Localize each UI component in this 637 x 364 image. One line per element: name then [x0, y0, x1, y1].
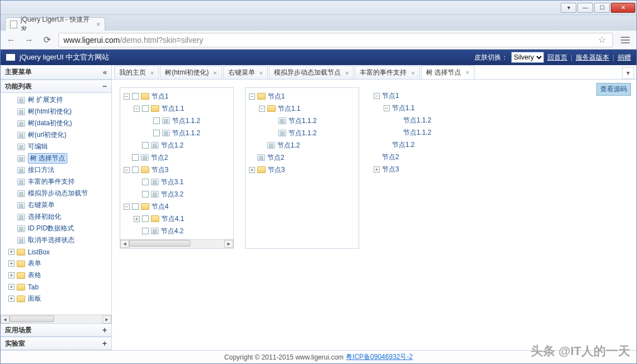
expand-icon[interactable]: +	[8, 296, 14, 302]
tree-node[interactable]: −节点1.1	[370, 102, 482, 114]
tree-node[interactable]: 节点1.1.2	[120, 115, 233, 127]
tab-close-icon[interactable]: ×	[411, 70, 414, 76]
sidebar-item[interactable]: +表单	[1, 258, 111, 269]
checkbox[interactable]	[153, 130, 160, 136]
icp-link[interactable]: 粤ICP备09046932号-2	[346, 352, 413, 362]
checkbox[interactable]	[153, 117, 160, 124]
tree-node[interactable]: −节点1.1	[246, 102, 359, 115]
content-tab[interactable]: 树 选择节点×	[421, 65, 474, 79]
tree-node[interactable]: 节点3.2	[120, 188, 233, 200]
tree-node[interactable]: 节点3.1	[120, 176, 233, 188]
accordion-scene[interactable]: 应用场景 +	[1, 323, 111, 337]
sidebar-item[interactable]: ID PID数据格式	[1, 223, 111, 234]
back-button[interactable]: ←	[5, 34, 17, 46]
expand-icon[interactable]: +	[134, 216, 140, 222]
sidebar-item[interactable]: 树(data初使化)	[1, 117, 111, 129]
collapse-icon[interactable]: «	[103, 68, 107, 76]
checkbox[interactable]	[132, 154, 139, 161]
sidebar-item[interactable]: 树 扩展支持	[1, 94, 111, 106]
tree-node[interactable]: 节点2	[370, 151, 482, 163]
tree-node[interactable]: 节点4.2	[120, 225, 233, 237]
minimize-button[interactable]: —	[577, 3, 593, 13]
tree-node[interactable]: 节点2	[246, 151, 359, 164]
scroll-thumb[interactable]	[129, 240, 190, 247]
url-input[interactable]: www.ligerui.com/demo.html?skin=silvery ☆	[58, 33, 613, 47]
window-dropdown[interactable]: ▾	[561, 3, 576, 13]
tree-scrollbar[interactable]: ◄ ►	[120, 239, 233, 248]
checkbox[interactable]	[132, 203, 139, 210]
tree-node[interactable]: 节点1.1.2	[370, 114, 482, 126]
tree-node[interactable]: 节点1.1.2	[246, 115, 359, 127]
link-home[interactable]: 回首页	[547, 53, 567, 62]
sidebar-item[interactable]: 树 选择节点	[1, 153, 111, 164]
checkbox[interactable]	[142, 228, 149, 234]
checkbox[interactable]	[132, 166, 139, 173]
scroll-thumb[interactable]	[9, 316, 54, 322]
sidebar-item[interactable]: 右键菜单	[1, 199, 111, 211]
sidebar-item[interactable]: 接口方法	[1, 164, 111, 176]
scroll-left-icon[interactable]: ◄	[120, 240, 129, 248]
accordion-lab[interactable]: 实验室 +	[1, 337, 111, 350]
sidebar-item[interactable]: 取消半选择状态	[1, 234, 111, 246]
tab-close-icon[interactable]: ×	[345, 70, 349, 76]
checkbox[interactable]	[132, 93, 139, 100]
hamburger-icon[interactable]	[619, 33, 632, 47]
expand-icon[interactable]: −	[124, 94, 130, 100]
sidebar-item[interactable]: 树(url初使化)	[1, 129, 111, 141]
tab-close-icon[interactable]: ×	[465, 69, 469, 76]
sidebar-item[interactable]: 可编辑	[1, 141, 111, 153]
checkbox[interactable]	[142, 179, 149, 185]
checkbox[interactable]	[142, 105, 149, 112]
tab-close-icon[interactable]: ×	[150, 70, 154, 76]
content-tab[interactable]: 模拟异步动态加载节点×	[269, 66, 354, 79]
tree-node[interactable]: 节点1.1.2	[120, 127, 233, 139]
content-tab[interactable]: 树(html初使化)×	[160, 66, 222, 79]
sidebar-item[interactable]: +ListBox	[1, 246, 111, 258]
tree-node[interactable]: 节点1.1.2	[370, 126, 482, 139]
tree-node[interactable]: −节点4	[120, 200, 233, 213]
scroll-left-icon[interactable]: ◄	[1, 316, 9, 323]
view-source-button[interactable]: 查看源码	[596, 83, 631, 96]
sidebar-item[interactable]: 树(html初使化)	[1, 106, 111, 117]
content-tab[interactable]: 丰富的事件支持×	[355, 66, 419, 79]
expand-icon[interactable]: −	[384, 105, 390, 111]
expand-icon[interactable]: +	[374, 166, 380, 173]
tree-node[interactable]: 节点1.2	[120, 139, 233, 151]
expand-icon[interactable]: −	[124, 204, 130, 210]
scroll-right-icon[interactable]: ►	[102, 316, 111, 323]
expand-icon[interactable]: +	[8, 260, 14, 267]
sidebar-item[interactable]: +表格	[1, 269, 111, 281]
expand-icon[interactable]: +	[8, 249, 14, 255]
checkbox[interactable]	[142, 191, 149, 198]
bookmark-icon[interactable]: ☆	[596, 35, 608, 45]
tab-close-icon[interactable]: ×	[213, 70, 217, 76]
scroll-right-icon[interactable]: ►	[224, 240, 233, 248]
tree-node[interactable]: 节点1.2	[370, 139, 482, 151]
tree-node[interactable]: 节点2	[120, 151, 233, 164]
browser-tab[interactable]: jQuery LigerUI - 快速开发 ×	[5, 17, 105, 31]
content-tab[interactable]: 右键菜单×	[223, 66, 268, 79]
link-server[interactable]: 服务器版本	[576, 53, 609, 62]
tree-node[interactable]: −节点3	[120, 164, 233, 176]
sidebar-item[interactable]: 丰富的事件支持	[1, 176, 111, 188]
tree-node[interactable]: +节点4.1	[120, 213, 233, 225]
tree-node[interactable]: +节点3	[370, 163, 482, 175]
expand-icon[interactable]: −	[124, 167, 130, 173]
expand-icon[interactable]: −	[374, 93, 380, 99]
maximize-button[interactable]: ☐	[594, 3, 610, 13]
skin-select[interactable]: Silvery	[511, 52, 544, 63]
checkbox[interactable]	[142, 142, 149, 149]
expand-icon[interactable]: −	[259, 106, 265, 112]
tab-close-icon[interactable]: ×	[96, 21, 100, 28]
tree-node[interactable]: −节点1	[370, 90, 482, 102]
tree-node[interactable]: −节点1.1	[120, 102, 233, 115]
tree-node[interactable]: +节点3	[246, 164, 359, 176]
tree-node[interactable]: 节点1.1.2	[246, 127, 359, 139]
expand-icon[interactable]: −	[134, 106, 140, 112]
sidebar-item[interactable]: +面板	[1, 293, 111, 304]
checkbox[interactable]	[142, 215, 149, 222]
close-button[interactable]: ✕	[611, 3, 635, 13]
expand-icon[interactable]: +	[249, 167, 255, 173]
expand-icon[interactable]: −	[249, 94, 255, 100]
forward-button[interactable]: →	[23, 34, 35, 46]
